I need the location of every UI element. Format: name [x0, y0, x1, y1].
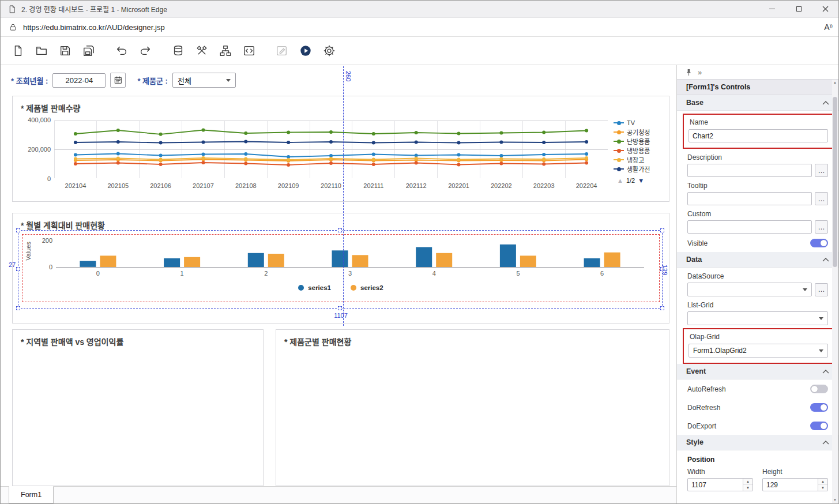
- data-point[interactable]: [159, 141, 163, 145]
- data-point[interactable]: [372, 158, 375, 161]
- data-point[interactable]: [159, 158, 163, 161]
- pager-down-icon[interactable]: ▼: [638, 177, 644, 184]
- pager-up-icon[interactable]: ▲: [617, 177, 623, 184]
- product-filter-select[interactable]: 전체: [172, 73, 236, 88]
- run-button[interactable]: [296, 42, 315, 60]
- data-point[interactable]: [372, 132, 375, 136]
- data-point[interactable]: [74, 157, 77, 161]
- maximize-button[interactable]: [785, 1, 812, 17]
- section-event[interactable]: Event: [677, 364, 838, 379]
- data-point[interactable]: [542, 131, 545, 134]
- legend-item[interactable]: 생활가전: [614, 164, 650, 174]
- bar[interactable]: [184, 257, 200, 267]
- data-point[interactable]: [542, 163, 545, 166]
- data-point[interactable]: [457, 141, 461, 145]
- description-more-button[interactable]: …: [815, 164, 828, 177]
- resize-handle-w[interactable]: [16, 267, 20, 271]
- month-filter-input[interactable]: [52, 73, 106, 88]
- visible-toggle[interactable]: [810, 239, 828, 247]
- datasource-more-button[interactable]: …: [815, 283, 828, 296]
- calendar-button[interactable]: [110, 73, 126, 88]
- data-point[interactable]: [585, 129, 588, 133]
- data-point[interactable]: [457, 158, 461, 161]
- data-point[interactable]: [202, 156, 205, 160]
- data-point[interactable]: [74, 132, 77, 136]
- legend-item[interactable]: 난방용품: [614, 137, 650, 146]
- data-point[interactable]: [372, 163, 375, 166]
- stepper-up-icon[interactable]: ▲: [818, 479, 827, 485]
- scroll-up-arrow[interactable]: ▲: [832, 80, 838, 85]
- resize-handle-nw[interactable]: [16, 228, 20, 232]
- data-point[interactable]: [74, 153, 77, 157]
- dorefresh-toggle[interactable]: [810, 403, 828, 412]
- resize-handle-sw[interactable]: [16, 306, 20, 310]
- legend-item[interactable]: 공기청정: [614, 127, 650, 137]
- data-point[interactable]: [415, 141, 418, 144]
- data-point[interactable]: [499, 157, 503, 161]
- data-point[interactable]: [372, 153, 375, 156]
- code-view-button[interactable]: [240, 42, 258, 60]
- data-point[interactable]: [74, 141, 77, 144]
- new-document-button[interactable]: [9, 42, 27, 60]
- listgrid-select[interactable]: [687, 311, 828, 325]
- legend-item[interactable]: 냉장고: [614, 155, 650, 164]
- data-point[interactable]: [202, 141, 205, 144]
- data-point[interactable]: [329, 140, 333, 144]
- data-point[interactable]: [287, 163, 290, 167]
- bar[interactable]: [416, 247, 432, 268]
- data-point[interactable]: [499, 131, 503, 135]
- height-stepper[interactable]: ▲▼: [818, 479, 827, 491]
- bar[interactable]: [584, 258, 600, 267]
- section-data[interactable]: Data: [677, 252, 838, 268]
- bar[interactable]: [100, 255, 116, 267]
- data-point[interactable]: [457, 153, 461, 157]
- data-point[interactable]: [585, 156, 588, 160]
- autorefresh-toggle[interactable]: [810, 385, 828, 393]
- design-canvas[interactable]: * 조회년월 : * 제품군 : 전체 * 제품별 판매수량 400,00020…: [1, 65, 676, 503]
- data-point[interactable]: [329, 130, 333, 134]
- url-text[interactable]: https://edu.bimatrix.co.kr/AUD/designer.…: [23, 23, 165, 32]
- edit-button[interactable]: [273, 42, 291, 60]
- stepper-down-icon[interactable]: ▼: [818, 485, 827, 491]
- data-point[interactable]: [116, 129, 120, 132]
- chart-panel-region-sales[interactable]: * 지역별 판매액 vs 영업이익률: [12, 329, 264, 486]
- address-bar[interactable]: https://edu.bimatrix.co.kr/AUD/designer.…: [1, 18, 838, 37]
- sitemap-button[interactable]: [216, 42, 235, 60]
- data-point[interactable]: [287, 131, 290, 134]
- resize-handle-n[interactable]: [338, 228, 342, 232]
- data-point[interactable]: [585, 152, 588, 156]
- doexport-toggle[interactable]: [810, 422, 828, 430]
- resize-handle-ne[interactable]: [660, 228, 664, 232]
- legend-item[interactable]: TV: [614, 118, 650, 127]
- database-button[interactable]: [169, 42, 187, 60]
- bar[interactable]: [164, 258, 180, 267]
- data-point[interactable]: [499, 141, 503, 144]
- collapse-panel-icon[interactable]: »: [698, 68, 702, 77]
- tooltip-input[interactable]: [687, 192, 812, 205]
- data-point[interactable]: [415, 157, 418, 160]
- stepper-up-icon[interactable]: ▲: [743, 479, 753, 485]
- legend-item[interactable]: series2: [351, 284, 383, 291]
- data-point[interactable]: [585, 161, 588, 165]
- chart-panel-product-group-sales[interactable]: * 제품군별 판매현황: [276, 329, 669, 486]
- bar[interactable]: [500, 245, 516, 267]
- settings-button[interactable]: [320, 42, 338, 60]
- resize-handle-s[interactable]: [338, 306, 342, 310]
- data-point[interactable]: [244, 140, 247, 144]
- tools-button[interactable]: [193, 42, 211, 60]
- data-point[interactable]: [542, 157, 545, 161]
- data-point[interactable]: [287, 141, 290, 144]
- data-point[interactable]: [159, 154, 163, 157]
- data-point[interactable]: [116, 152, 120, 156]
- data-point[interactable]: [499, 162, 503, 166]
- data-point[interactable]: [415, 161, 418, 165]
- data-point[interactable]: [542, 153, 545, 156]
- data-point[interactable]: [415, 131, 418, 134]
- bar[interactable]: [604, 253, 620, 267]
- selected-chart-region[interactable]: Values 2000 0123456 series1series2: [22, 234, 660, 302]
- data-point[interactable]: [329, 157, 333, 160]
- bar[interactable]: [268, 254, 284, 267]
- data-point[interactable]: [244, 162, 247, 166]
- section-style[interactable]: Style: [677, 435, 838, 450]
- width-stepper[interactable]: ▲▼: [743, 479, 753, 491]
